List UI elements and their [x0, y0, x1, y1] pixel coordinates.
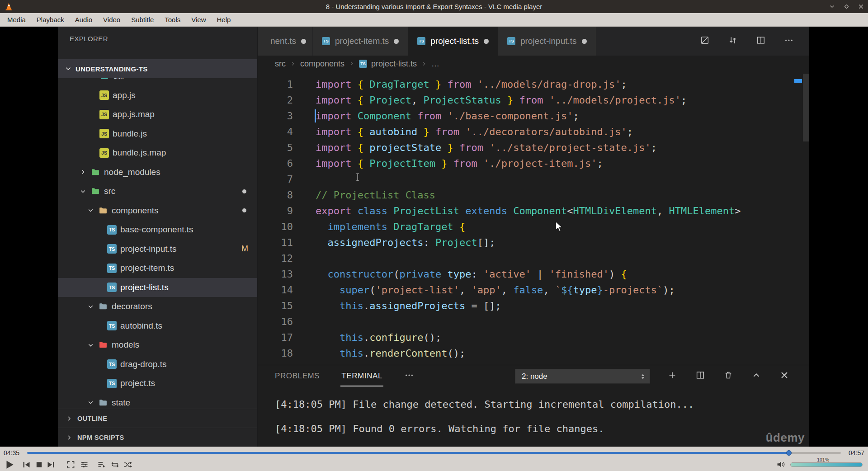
- panel-tab-terminal[interactable]: TERMINAL: [341, 372, 382, 381]
- transport-row: 101%: [0, 458, 868, 471]
- tree-item-src[interactable]: src: [58, 182, 257, 201]
- minimize-button[interactable]: [829, 3, 835, 10]
- editor-tab-project-input.ts[interactable]: TSproject-input.ts: [498, 27, 596, 56]
- breadcrumb-item[interactable]: src: [275, 59, 286, 69]
- code-line-17[interactable]: 17 this.configure();: [258, 330, 809, 345]
- tree-item-project.ts[interactable]: TSproject.ts: [58, 374, 257, 393]
- previous-button[interactable]: [22, 460, 31, 470]
- close-button[interactable]: [858, 3, 864, 10]
- split-terminal-icon[interactable]: [695, 370, 705, 382]
- code-line-12[interactable]: 12: [258, 250, 809, 266]
- terminal-shell-select[interactable]: 2: node: [515, 369, 650, 384]
- volume-percent-label: 101%: [817, 457, 829, 462]
- play-button[interactable]: [4, 459, 15, 471]
- compare-changes-icon[interactable]: [728, 35, 738, 47]
- editor-tab-project-item.ts[interactable]: TSproject-item.ts: [313, 27, 408, 56]
- sidebar-section-outline[interactable]: OUTLINE: [58, 409, 257, 428]
- split-editor-icon[interactable]: [756, 35, 766, 47]
- fullscreen-button[interactable]: [66, 460, 75, 470]
- more-actions-icon[interactable]: [784, 35, 794, 47]
- tree-item-project-item.ts[interactable]: TSproject-item.ts: [58, 259, 257, 278]
- code-line-10[interactable]: 10 implements DragTarget {: [258, 219, 809, 235]
- menu-help[interactable]: Help: [212, 16, 236, 24]
- tree-item-node_modules[interactable]: node_modules: [58, 163, 257, 182]
- random-button[interactable]: [123, 460, 132, 470]
- line-code: this.assignedProjects = [];: [316, 300, 501, 311]
- code-line-2[interactable]: 2import { Project, ProjectStatus } from …: [258, 92, 809, 108]
- menu-video[interactable]: Video: [98, 16, 126, 24]
- video-area[interactable]: EXPLORER utilJSapp.jsJSapp.js.mapJSbundl…: [0, 27, 868, 447]
- code-line-13[interactable]: 13 constructor(private type: 'active' | …: [258, 266, 809, 282]
- udemy-watermark: ûdemy: [766, 431, 805, 445]
- section-label: OUTLINE: [77, 415, 107, 422]
- tree-item-label: app.js.map: [113, 109, 155, 119]
- menu-subtitle[interactable]: Subtitle: [126, 16, 159, 24]
- editor-tab-nent.ts[interactable]: nent.ts: [258, 27, 313, 56]
- volume-slider[interactable]: [790, 462, 863, 467]
- kill-terminal-icon[interactable]: [723, 370, 733, 382]
- code-line-7[interactable]: 7: [258, 171, 809, 187]
- editor-tab-project-list.ts[interactable]: TSproject-list.ts: [408, 27, 498, 56]
- code-line-8[interactable]: 8// ProjectList Class: [258, 187, 809, 203]
- seek-slider[interactable]: [27, 452, 841, 454]
- maximize-button[interactable]: [843, 3, 850, 10]
- tree-item-app.js[interactable]: JSapp.js: [58, 86, 257, 105]
- more-actions-icon[interactable]: [404, 370, 414, 382]
- project-root-header[interactable]: UNDERSTANDING-TS: [58, 59, 257, 78]
- tree-item-decorators[interactable]: decorators: [58, 297, 257, 316]
- line-number: 2: [258, 92, 293, 108]
- terminal-output[interactable]: [4:18:05 PM] File change detected. Start…: [258, 387, 809, 447]
- tree-item-label: state: [112, 398, 130, 408]
- modified-dot-icon: [484, 39, 489, 44]
- tree-item-project-input.ts[interactable]: TSproject-input.tsM: [58, 240, 257, 259]
- extended-settings-button[interactable]: [80, 460, 89, 470]
- tree-item-components[interactable]: components: [58, 201, 257, 220]
- breadcrumb-item[interactable]: components: [300, 59, 344, 69]
- tree-item-autobind.ts[interactable]: TSautobind.ts: [58, 316, 257, 335]
- menu-playback[interactable]: Playback: [31, 16, 70, 24]
- menu-audio[interactable]: Audio: [70, 16, 98, 24]
- titlebar[interactable]: 8 - Understanding various Import & Expor…: [0, 0, 868, 13]
- new-terminal-icon[interactable]: [667, 370, 677, 382]
- stop-button[interactable]: [34, 460, 44, 470]
- tree-item-bundle.js.map[interactable]: JSbundle.js.map: [58, 143, 257, 162]
- open-changes-icon[interactable]: [700, 35, 710, 47]
- speaker-icon[interactable]: [776, 460, 786, 471]
- maximize-panel-icon[interactable]: [751, 370, 761, 382]
- tree-item-app.js.map[interactable]: JSapp.js.map: [58, 105, 257, 124]
- seek-handle[interactable]: [786, 450, 792, 456]
- code-line-11[interactable]: 11 assignedProjects: Project[];: [258, 235, 809, 250]
- vscode-frame: EXPLORER utilJSapp.jsJSapp.js.mapJSbundl…: [58, 27, 809, 447]
- code-line-16[interactable]: 16: [258, 314, 809, 330]
- menu-media[interactable]: Media: [2, 16, 31, 24]
- close-panel-icon[interactable]: [779, 370, 789, 382]
- menu-view[interactable]: View: [186, 16, 211, 24]
- code-line-18[interactable]: 18 this.renderContent();: [258, 345, 809, 361]
- next-button[interactable]: [46, 460, 56, 470]
- tree-item-models[interactable]: models: [58, 335, 257, 354]
- menu-tools[interactable]: Tools: [159, 16, 186, 24]
- code-line-1[interactable]: 1import { DragTarget } from '../models/d…: [258, 76, 809, 92]
- code-line-5[interactable]: 5import { projectState } from '../state/…: [258, 140, 809, 155]
- code-editor[interactable]: 1import { DragTarget } from '../models/d…: [258, 72, 809, 365]
- panel-tab-problems[interactable]: PROBLEMS: [275, 372, 320, 381]
- playlist-button[interactable]: [97, 460, 106, 470]
- code-line-15[interactable]: 15 this.assignedProjects = [];: [258, 298, 809, 314]
- breadcrumb-item[interactable]: …: [431, 59, 439, 69]
- js-file-icon: JS: [99, 148, 109, 158]
- tree-item-project-list.ts[interactable]: TSproject-list.ts: [58, 278, 257, 297]
- code-line-4[interactable]: 4import { autobind } from '../decorators…: [258, 124, 809, 140]
- tree-item-base-component.ts[interactable]: TSbase-component.ts: [58, 220, 257, 239]
- code-line-6[interactable]: 6import { ProjectItem } from './project-…: [258, 155, 809, 171]
- editor-scrollbar[interactable]: [803, 74, 809, 141]
- breadcrumb[interactable]: srccomponentsTSproject-list.ts…: [258, 56, 809, 72]
- code-line-14[interactable]: 14 super('project-list', 'app', false, `…: [258, 282, 809, 298]
- code-line-3[interactable]: 3import Component from './base-component…: [258, 108, 809, 124]
- tree-item-bundle.js[interactable]: JSbundle.js: [58, 124, 257, 143]
- code-line-9[interactable]: 9export class ProjectList extends Compon…: [258, 203, 809, 219]
- breadcrumb-item[interactable]: project-list.ts: [371, 59, 417, 69]
- loop-button[interactable]: [110, 460, 120, 470]
- sidebar-section-npm-scripts[interactable]: NPM SCRIPTS: [58, 428, 257, 447]
- tree-item-label: models: [112, 340, 139, 350]
- tree-item-drag-drop.ts[interactable]: TSdrag-drop.ts: [58, 355, 257, 374]
